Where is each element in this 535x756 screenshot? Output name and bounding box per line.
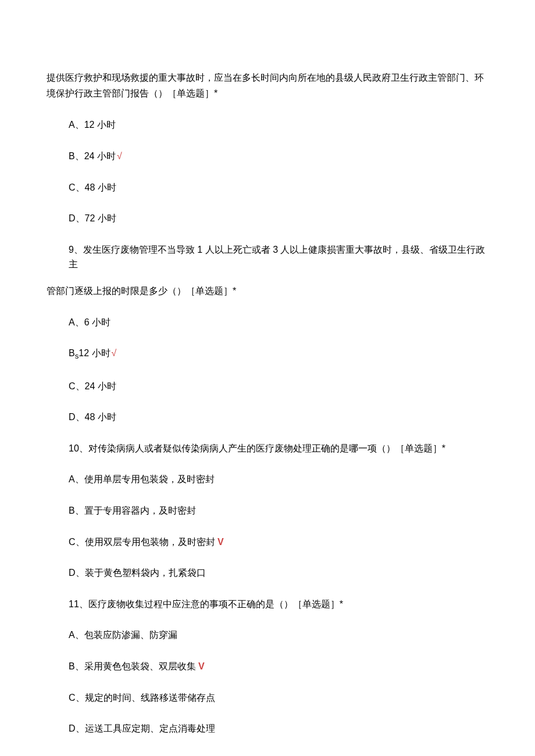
check-mark-icon: V [215,537,224,547]
check-mark-icon: √ [117,151,122,161]
q10-stem: 10、对传染病病人或者疑似传染病病人产生的医疗废物处理正确的是哪一项（）［单选题… [69,441,488,456]
q8-option-a: A、12 小时 [69,117,488,132]
check-mark-icon: √ [112,348,117,358]
q9-option-b: Bs12 小时√ [69,346,488,363]
q8-option-b: B、24 小时√ [69,149,488,164]
q9-option-b-prefix: B [69,348,75,358]
check-mark-icon: V [196,661,205,671]
q8-option-c: C、48 小时 [69,180,488,195]
q11-option-b: B、采用黄色包装袋、双层收集 V [69,659,488,674]
q9-option-c: C、24 小时 [69,379,488,394]
q11-option-b-text: B、采用黄色包装袋、双层收集 [69,661,196,671]
q11-stem: 11、医疗废物收集过程中应注意的事项不正确的是（）［单选题］* [69,597,488,612]
q9-option-b-text: 12 小时 [79,348,110,358]
q8-option-b-text: B、24 小时 [69,151,116,161]
q11-option-d: D、运送工具应定期、定点消毒处理 [69,721,488,736]
q9-option-d: D、48 小时 [69,410,488,425]
q9-stem-line1: 9、发生医疗废物管理不当导致 1 人以上死亡或者 3 人以上健康损害重大事故时，… [69,242,488,272]
q9-stem-line2: 管部门逐级上报的时限是多少（）［单选题］* [47,284,488,299]
q8-option-d: D、72 小时 [69,211,488,226]
q10-option-c: C、使用双层专用包装物，及时密封 V [69,535,488,550]
q10-option-a: A、使用单层专用包装袋，及时密封 [69,472,488,487]
q9-option-a: A、6 小时 [69,315,488,330]
q11-option-a: A、包装应防渗漏、防穿漏 [69,628,488,643]
q11-option-c: C、规定的时间、线路移送带储存点 [69,690,488,705]
q10-option-b: B、置于专用容器内，及时密封 [69,503,488,518]
q10-option-d: D、装于黄色塑料袋内，扎紧袋口 [69,565,488,581]
question-8-stem-continuation: 提供医疗救护和现场救援的重大事故时，应当在多长时间内向所在地的县级人民政府卫生行… [47,70,488,101]
q10-option-c-text: C、使用双层专用包装物，及时密封 [69,537,215,547]
